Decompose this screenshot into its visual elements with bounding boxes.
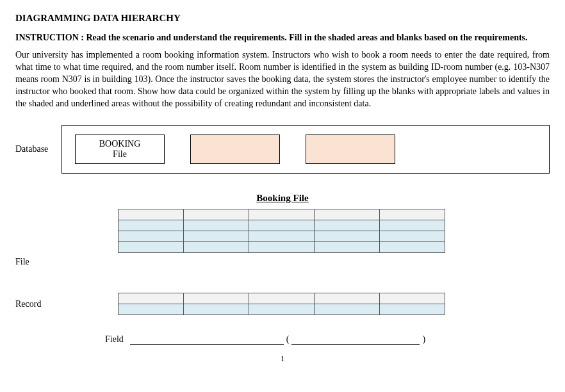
field-label: Field <box>105 334 124 345</box>
page-number: 1 <box>15 354 550 364</box>
record-row: Record <box>15 293 550 315</box>
open-paren: ( <box>286 334 290 345</box>
booking-file-box: BOOKING File <box>75 135 165 164</box>
table-row[interactable] <box>119 242 445 253</box>
record-label: Record <box>15 299 118 309</box>
shaded-file-box-2[interactable] <box>306 135 395 164</box>
table-header-row[interactable] <box>119 209 445 220</box>
file-table-area <box>118 209 550 253</box>
page-title: DIAGRAMMING DATA HIERARCHY <box>15 13 550 24</box>
close-paren: ) <box>422 334 425 345</box>
booking-file-table <box>118 209 445 253</box>
field-blank-1[interactable] <box>130 336 284 345</box>
file-label: File <box>15 257 550 267</box>
scenario-text: Our university has implemented a room bo… <box>15 49 550 110</box>
record-table <box>118 293 445 315</box>
shaded-file-box-1[interactable] <box>190 135 280 164</box>
booking-file-line1: BOOKING <box>99 139 141 149</box>
instruction-text: INSTRUCTION : Read the scenario and unde… <box>15 33 550 43</box>
database-frame: BOOKING File <box>61 125 550 174</box>
field-blank-2[interactable] <box>291 336 420 345</box>
booking-file-heading: Booking File <box>15 193 550 204</box>
table-row[interactable] <box>119 231 445 242</box>
database-label: Database <box>15 144 61 154</box>
database-row: Database BOOKING File <box>15 125 550 174</box>
table-row[interactable] <box>119 220 445 231</box>
record-body-row[interactable] <box>119 304 445 315</box>
record-header-row[interactable] <box>119 293 445 304</box>
field-row: Field ( ) <box>105 334 550 345</box>
booking-file-line2: File <box>113 149 127 159</box>
